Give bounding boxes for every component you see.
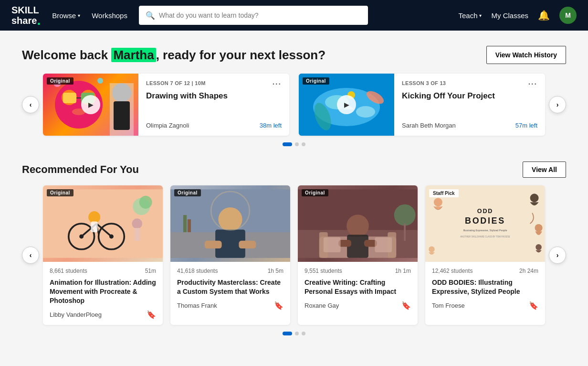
browse-chevron-icon: ▾ <box>78 13 80 18</box>
search-bar[interactable]: 🔍 <box>139 6 368 25</box>
course-card: Original 9,551 students 1h 1m Creative W… <box>298 185 418 325</box>
view-watch-history-button[interactable]: View Watch History <box>486 46 566 64</box>
welcome-header: Welcome back Martha, ready for your next… <box>22 46 566 64</box>
time-left: 57m left <box>515 122 537 129</box>
lesson-card: Original ▶ LESSON 3 OF 13 ··· Kicking Of… <box>299 74 545 136</box>
lessons-carousel-next-button[interactable]: › <box>549 96 566 113</box>
time-left: 38m left <box>260 122 282 129</box>
recommended-header: Recommended For You View All <box>22 161 566 178</box>
course-instructor: Libby VanderPloeg <box>50 311 102 318</box>
svg-point-58 <box>535 224 542 232</box>
nav-my-classes[interactable]: My Classes <box>491 11 528 20</box>
course-title: Productivity Masterclass: Create a Custo… <box>177 278 284 296</box>
svg-text:ODD: ODD <box>477 208 493 215</box>
svg-point-15 <box>356 106 375 118</box>
lesson-info: LESSON 7 OF 12 | 10M ··· Drawing with Sh… <box>138 74 289 136</box>
course-thumbnail: Original <box>170 185 290 262</box>
svg-text:BODIES: BODIES <box>465 216 505 226</box>
svg-text:Illustrating Expressive, Styli: Illustrating Expressive, Stylized People <box>463 229 507 232</box>
logo-text-line2: share <box>11 15 37 26</box>
course-instructor: Roxane Gay <box>304 302 339 309</box>
courses-grid: Original 8,661 students 51m Animation fo… <box>43 185 545 325</box>
play-button[interactable]: ▶ <box>81 95 100 114</box>
welcome-title: Welcome back Martha, ready for your next… <box>22 48 326 63</box>
svg-rect-40 <box>183 215 187 232</box>
teach-chevron-icon: ▾ <box>479 13 482 18</box>
course-info: 9,551 students 1h 1m Creative Writing: C… <box>298 262 418 316</box>
course-bottom: Roxane Gay 🔖 <box>304 301 411 310</box>
svg-point-47 <box>346 215 369 237</box>
svg-rect-32 <box>134 228 140 241</box>
course-thumbnail: Original <box>43 185 163 262</box>
lesson-bottom: Sarah Beth Morgan 57m left <box>402 122 537 129</box>
original-badge: Original <box>47 77 74 85</box>
lesson-meta: LESSON 3 OF 13 <box>402 80 446 86</box>
bookmark-icon[interactable]: 🔖 <box>529 301 538 310</box>
logo[interactable]: SKILL share . <box>11 5 41 26</box>
nav-teach[interactable]: Teach ▾ <box>458 11 482 20</box>
svg-rect-48 <box>347 235 368 258</box>
course-students: 41,618 students <box>177 268 218 274</box>
notification-bell-icon[interactable]: 🔔 <box>538 10 550 21</box>
course-students: 8,661 students <box>50 268 87 274</box>
bookmark-icon[interactable]: 🔖 <box>147 310 156 319</box>
courses-carousel-next-button[interactable]: › <box>549 247 566 264</box>
dot-3 <box>302 142 305 146</box>
course-title: ODD BODIES: Illustrating Expressive, Sty… <box>432 278 538 296</box>
lesson-meta: LESSON 7 OF 12 | 10M <box>146 80 206 86</box>
lesson-title: Kicking Off Your Project <box>402 91 537 101</box>
svg-point-31 <box>132 218 142 229</box>
lessons-carousel: ‹ <box>22 74 566 136</box>
course-students: 12,462 students <box>432 268 472 274</box>
lessons-grid: Original ▶ LESSON 7 OF 12 | 10M ··· Draw… <box>43 74 545 136</box>
course-students: 9,551 students <box>304 268 342 274</box>
course-duration: 51m <box>145 268 156 274</box>
lesson-meta-row: LESSON 3 OF 13 ··· <box>402 80 537 88</box>
svg-rect-41 <box>188 219 191 232</box>
course-thumb-art-3 <box>298 185 418 262</box>
dot-1 <box>283 332 292 335</box>
svg-point-64 <box>536 244 542 250</box>
lessons-carousel-prev-button[interactable]: ‹ <box>22 96 39 113</box>
navbar: SKILL share . Browse ▾ Workshops 🔍 Teach… <box>0 0 588 31</box>
nav-browse[interactable]: Browse ▾ <box>52 11 80 20</box>
play-button[interactable]: ▶ <box>337 95 356 114</box>
lesson-card: Original ▶ LESSON 7 OF 12 | 10M ··· Draw… <box>43 74 289 136</box>
course-stats-row: 12,462 students 2h 24m <box>432 268 538 274</box>
courses-carousel-dots <box>22 332 566 335</box>
courses-carousel-prev-button[interactable]: ‹ <box>22 247 39 264</box>
course-bottom: Thomas Frank 🔖 <box>177 301 284 310</box>
nav-workshops[interactable]: Workshops <box>92 11 127 20</box>
course-duration: 1h 5m <box>268 268 284 274</box>
svg-rect-52 <box>404 224 406 241</box>
svg-point-30 <box>139 196 152 209</box>
svg-point-57 <box>530 194 539 202</box>
original-badge: Original <box>47 189 74 196</box>
course-title: Animation for Illustration: Adding Movem… <box>50 278 156 305</box>
logo-dot: . <box>37 17 41 25</box>
course-duration: 1h 1m <box>395 268 411 274</box>
svg-point-63 <box>429 247 435 253</box>
svg-rect-3 <box>63 93 76 103</box>
dot-2 <box>295 142 299 146</box>
original-badge: Original <box>174 189 201 196</box>
course-instructor: Tom Froese <box>432 302 465 309</box>
svg-rect-38 <box>239 241 256 248</box>
lesson-thumbnail: Original ▶ <box>43 74 138 136</box>
original-badge: Original <box>303 77 329 85</box>
svg-rect-11 <box>114 101 130 130</box>
course-stats-row: 9,551 students 1h 1m <box>304 268 411 274</box>
search-input[interactable] <box>159 11 361 19</box>
course-info: 41,618 students 1h 5m Productivity Maste… <box>170 262 290 316</box>
view-all-button[interactable]: View All <box>523 161 566 178</box>
avatar[interactable]: M <box>559 7 577 24</box>
bookmark-icon[interactable]: 🔖 <box>401 301 411 310</box>
lesson-more-button[interactable]: ··· <box>273 80 282 88</box>
lesson-info: LESSON 3 OF 13 ··· Kicking Off Your Proj… <box>394 74 545 136</box>
lesson-more-button[interactable]: ··· <box>528 80 537 88</box>
instructor-name: Sarah Beth Morgan <box>402 122 456 129</box>
bookmark-icon[interactable]: 🔖 <box>274 301 284 310</box>
course-thumb-art-2 <box>170 185 290 262</box>
course-card: Original 41,618 students 1h 5m Productiv… <box>170 185 290 325</box>
dot-3 <box>302 332 305 335</box>
